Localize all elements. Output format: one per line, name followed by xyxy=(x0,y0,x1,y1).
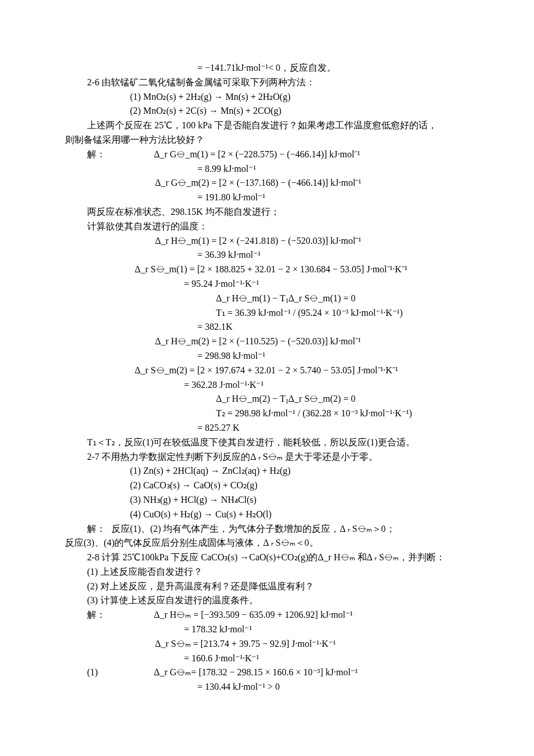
conclusion-text: T₁＜T₂，反应(1)可在较低温度下使其自发进行，能耗较低，所以反应(1)更合适… xyxy=(65,435,470,450)
eq-option-3: (3) NH₃(g) + HCl(g) → NH₄Cl(s) xyxy=(65,493,470,507)
solution-text: 解：反应(1)、(2) 均有气体产生，为气体分子数增加的反应，Δ ᵣ S⦵ₘ＞0… xyxy=(65,522,470,537)
body-text: 计算欲使其自发进行的温度： xyxy=(65,219,470,234)
eq-option-2: (2) CaCO₃(s) → CaO(s) + CO₂(g) xyxy=(65,478,470,493)
eq-line: T₁ = 36.39 kJ·mol⁻¹ / (95.24 × 10⁻³ kJ·m… xyxy=(65,306,470,321)
eq-line: T₂ = 298.98 kJ·mol⁻¹ / (362.28 × 10⁻³ kJ… xyxy=(65,406,470,421)
eq-option-1: (1) Zn(s) + 2HCl(aq) → ZnCl₂(aq) + H₂(g) xyxy=(65,464,470,478)
eq-line: = 362.28 J·mol⁻¹·K⁻¹ xyxy=(65,378,470,393)
document-page: = −141.71kJ·mol⁻¹< 0，反应自发。 2-6 由软锰矿二氧化锰制… xyxy=(0,0,534,729)
eq-line: = 825.27 K xyxy=(65,421,470,435)
eq-line: = 36.39 kJ·mol⁻¹ xyxy=(65,248,470,262)
eq-line: = 8.99 kJ·mol⁻¹ xyxy=(65,162,470,177)
sub-question-1: (1) 上述反应能否自发进行？ xyxy=(65,565,470,579)
solution-label: 解： xyxy=(87,522,111,537)
eq-line: = −141.71kJ·mol⁻¹< 0，反应自发。 xyxy=(65,61,470,75)
eq-line: Δ_r H⦵_m(2) − T₁Δ_r S⦵_m(2) = 0 xyxy=(65,392,470,406)
problem-2-8: 2-8 计算 25℃100kPa 下反应 CaCO₃(s) →CaO(s)+CO… xyxy=(65,550,470,565)
sub-question-3: (3) 计算使上述反应自发进行的温度条件。 xyxy=(65,593,470,608)
eq-line: = 298.98 kJ·mol⁻¹ xyxy=(65,349,470,363)
eq-line: = 130.44 kJ·mol⁻¹ > 0 xyxy=(65,680,470,694)
eq-line: Δ_r H⦵_m(1) = [2 × (−241.818) − (−520.03… xyxy=(65,234,470,249)
eq-line: = 95.24 J·mol⁻¹·K⁻¹ xyxy=(65,277,470,291)
eq-line: Δ_r S⦵_m(1) = [2 × 188.825 + 32.01 − 2 ×… xyxy=(65,262,470,277)
eq-line: Δ_r G⦵_m(1) = [2 × (−228.575) − (−466.14… xyxy=(154,149,360,159)
question-text: 则制备锰采用哪一种方法比较好？ xyxy=(65,133,470,147)
solution-label: 解： xyxy=(87,608,154,622)
eq-line: Δ_r G⦵ₘ= [178.32 − 298.15 × 160.6 × 10⁻³… xyxy=(154,667,358,677)
eq-line: = 160.6 J·mol⁻¹·K⁻¹ xyxy=(65,651,470,666)
eq-option-2: (2) MnO₂(s) + 2C(s) → Mn(s) + 2CO(g) xyxy=(65,104,470,118)
sub-question-2: (2) 对上述反应，是升高温度有利？还是降低温度有利？ xyxy=(65,579,470,594)
solution-label: 解： xyxy=(87,147,154,162)
eq-line: = 382.1K xyxy=(65,320,470,334)
sub-answer-1: (1)Δ_r G⦵ₘ= [178.32 − 298.15 × 160.6 × 1… xyxy=(65,665,470,680)
body-text: 反应(3)、(4)的气体反应后分别生成固体与液体，Δ ᵣ S⦵ₘ＜0。 xyxy=(65,536,470,550)
eq-line: = 191.80 kJ·mol⁻¹ xyxy=(65,190,470,205)
problem-2-7: 2-7 不用热力学数据定性判断下列反应的Δ ᵣ S⦵ₘ 是大于零还是小于零。 xyxy=(65,450,470,465)
eq-line: Δ_r H⦵_m(1) − T₁Δ_r S⦵_m(1) = 0 xyxy=(65,291,470,306)
eq-option-1: (1) MnO₂(s) + 2H₂(g) → Mn(s) + 2H₂O(g) xyxy=(65,90,470,105)
eq-line: Δ_r H⦵ₘ = [−393.509 − 635.09 + 1206.92] … xyxy=(154,610,353,620)
eq-line: Δ_r G⦵_m(2) = [2 × (−137.168) − (−466.14… xyxy=(65,176,470,190)
body-text: 两反应在标准状态、298.15K 均不能自发进行； xyxy=(65,205,470,219)
eq-line: Δ_r S⦵_m(2) = [2 × 197.674 + 32.01 − 2 ×… xyxy=(65,363,470,378)
item-number: (1) xyxy=(87,665,154,680)
eq-line: Δ_r S⦵ₘ = [213.74 + 39.75 − 92.9] J·mol⁻… xyxy=(65,637,470,651)
solution-start: 解：Δ_r G⦵_m(1) = [2 × (−228.575) − (−466.… xyxy=(65,147,470,162)
problem-2-6: 2-6 由软锰矿二氧化锰制备金属锰可采取下列两种方法： xyxy=(65,75,470,90)
eq-option-4: (4) CuO(s) + H₂(g) → Cu(s) + H₂O(l) xyxy=(65,507,470,522)
eq-line: = 178.32 kJ·mol⁻¹ xyxy=(65,622,470,637)
eq-line: Δ_r H⦵_m(2) = [2 × (−110.525) − (−520.03… xyxy=(65,334,470,349)
solution-start: 解：Δ_r H⦵ₘ = [−393.509 − 635.09 + 1206.92… xyxy=(65,608,470,622)
question-text: 上述两个反应在 25℃，100 kPa 下是否能自发进行？如果考虑工作温度愈低愈… xyxy=(65,118,470,133)
body-text: 反应(1)、(2) 均有气体产生，为气体分子数增加的反应，Δ ᵣ S⦵ₘ＞0； xyxy=(111,524,395,534)
